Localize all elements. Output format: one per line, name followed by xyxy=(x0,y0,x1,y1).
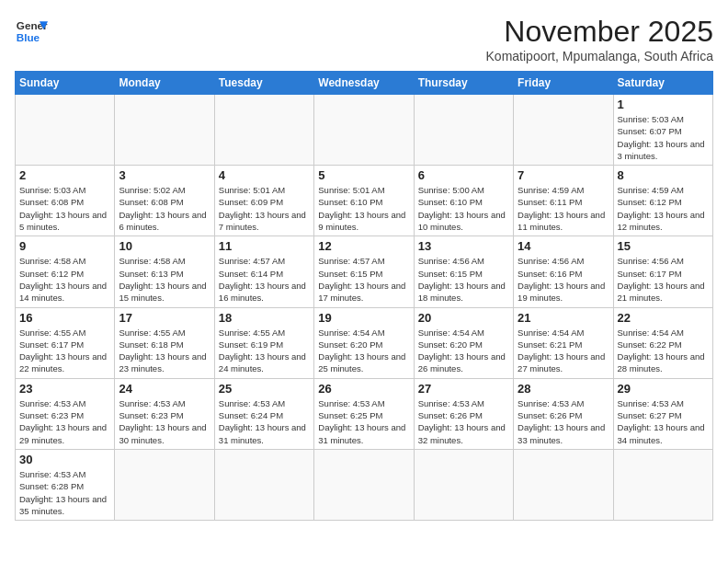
day-info: Sunrise: 4:53 AM Sunset: 6:25 PM Dayligh… xyxy=(318,397,409,446)
header-monday: Monday xyxy=(115,72,214,95)
day-number: 5 xyxy=(318,168,409,182)
calendar-cell: 23Sunrise: 4:53 AM Sunset: 6:23 PM Dayli… xyxy=(16,378,115,449)
calendar-cell xyxy=(414,449,513,520)
day-info: Sunrise: 4:54 AM Sunset: 6:21 PM Dayligh… xyxy=(518,327,609,375)
day-info: Sunrise: 4:55 AM Sunset: 6:19 PM Dayligh… xyxy=(219,327,310,375)
day-info: Sunrise: 4:54 AM Sunset: 6:22 PM Dayligh… xyxy=(618,327,709,375)
calendar-cell: 18Sunrise: 4:55 AM Sunset: 6:19 PM Dayli… xyxy=(214,307,313,378)
day-number: 15 xyxy=(618,239,709,253)
header-saturday: Saturday xyxy=(613,72,712,95)
calendar-cell xyxy=(514,449,613,520)
day-info: Sunrise: 5:03 AM Sunset: 6:07 PM Dayligh… xyxy=(618,113,709,162)
day-number: 7 xyxy=(518,168,609,182)
day-info: Sunrise: 5:01 AM Sunset: 6:09 PM Dayligh… xyxy=(219,184,310,233)
calendar-cell xyxy=(613,449,712,520)
day-info: Sunrise: 4:59 AM Sunset: 6:11 PM Dayligh… xyxy=(518,184,609,233)
title-block: November 2025 Komatipoort, Mpumalanga, S… xyxy=(486,15,713,63)
calendar-cell: 7Sunrise: 4:59 AM Sunset: 6:11 PM Daylig… xyxy=(514,166,613,236)
header-sunday: Sunday xyxy=(16,72,115,95)
calendar-cell: 14Sunrise: 4:56 AM Sunset: 6:16 PM Dayli… xyxy=(514,236,613,307)
calendar-cell xyxy=(414,95,513,166)
day-number: 4 xyxy=(219,168,310,182)
day-info: Sunrise: 4:56 AM Sunset: 6:16 PM Dayligh… xyxy=(518,255,609,304)
day-info: Sunrise: 5:01 AM Sunset: 6:10 PM Dayligh… xyxy=(318,184,409,233)
calendar-cell xyxy=(115,449,214,520)
calendar-cell: 20Sunrise: 4:54 AM Sunset: 6:20 PM Dayli… xyxy=(414,307,513,378)
calendar-cell: 8Sunrise: 4:59 AM Sunset: 6:12 PM Daylig… xyxy=(613,166,712,236)
day-number: 3 xyxy=(119,168,210,182)
day-info: Sunrise: 4:54 AM Sunset: 6:20 PM Dayligh… xyxy=(418,327,509,375)
calendar-cell xyxy=(214,449,313,520)
day-number: 17 xyxy=(119,311,210,325)
calendar-title: November 2025 xyxy=(486,15,713,49)
calendar-cell: 10Sunrise: 4:58 AM Sunset: 6:13 PM Dayli… xyxy=(115,236,214,307)
calendar-cell: 30Sunrise: 4:53 AM Sunset: 6:28 PM Dayli… xyxy=(16,449,115,520)
day-number: 23 xyxy=(19,382,110,396)
calendar-cell: 29Sunrise: 4:53 AM Sunset: 6:27 PM Dayli… xyxy=(613,378,712,449)
day-number: 10 xyxy=(119,239,210,253)
day-number: 28 xyxy=(518,382,609,396)
calendar-cell: 4Sunrise: 5:01 AM Sunset: 6:09 PM Daylig… xyxy=(214,166,313,236)
header: General Blue November 2025 Komatipoort, … xyxy=(15,15,713,63)
day-info: Sunrise: 4:55 AM Sunset: 6:18 PM Dayligh… xyxy=(119,327,210,375)
generalblue-logo-icon: General Blue xyxy=(15,15,48,48)
calendar-cell xyxy=(514,95,613,166)
day-info: Sunrise: 4:53 AM Sunset: 6:27 PM Dayligh… xyxy=(618,397,709,446)
day-info: Sunrise: 4:57 AM Sunset: 6:15 PM Dayligh… xyxy=(318,255,409,304)
week-row-1: 1Sunrise: 5:03 AM Sunset: 6:07 PM Daylig… xyxy=(16,95,713,166)
week-row-6: 30Sunrise: 4:53 AM Sunset: 6:28 PM Dayli… xyxy=(16,449,713,520)
calendar-cell: 5Sunrise: 5:01 AM Sunset: 6:10 PM Daylig… xyxy=(314,166,414,236)
header-tuesday: Tuesday xyxy=(214,72,313,95)
calendar-cell: 12Sunrise: 4:57 AM Sunset: 6:15 PM Dayli… xyxy=(314,236,414,307)
day-info: Sunrise: 4:53 AM Sunset: 6:24 PM Dayligh… xyxy=(219,397,310,446)
day-info: Sunrise: 5:02 AM Sunset: 6:08 PM Dayligh… xyxy=(119,184,210,233)
calendar-cell: 3Sunrise: 5:02 AM Sunset: 6:08 PM Daylig… xyxy=(115,166,214,236)
day-number: 16 xyxy=(19,311,110,325)
calendar-subtitle: Komatipoort, Mpumalanga, South Africa xyxy=(486,49,713,63)
day-number: 2 xyxy=(19,168,110,182)
calendar-cell xyxy=(16,95,115,166)
day-info: Sunrise: 4:53 AM Sunset: 6:23 PM Dayligh… xyxy=(19,397,110,446)
calendar-cell: 1Sunrise: 5:03 AM Sunset: 6:07 PM Daylig… xyxy=(613,95,712,166)
day-info: Sunrise: 4:53 AM Sunset: 6:23 PM Dayligh… xyxy=(119,397,210,446)
week-row-2: 2Sunrise: 5:03 AM Sunset: 6:08 PM Daylig… xyxy=(16,166,713,236)
day-number: 26 xyxy=(318,382,409,396)
calendar-cell xyxy=(314,95,414,166)
weekday-header-row: SundayMondayTuesdayWednesdayThursdayFrid… xyxy=(16,72,713,95)
day-info: Sunrise: 4:59 AM Sunset: 6:12 PM Dayligh… xyxy=(618,184,709,233)
day-number: 18 xyxy=(219,311,310,325)
day-info: Sunrise: 5:00 AM Sunset: 6:10 PM Dayligh… xyxy=(418,184,509,233)
calendar-cell: 9Sunrise: 4:58 AM Sunset: 6:12 PM Daylig… xyxy=(16,236,115,307)
calendar-table: SundayMondayTuesdayWednesdayThursdayFrid… xyxy=(15,71,713,521)
svg-text:Blue: Blue xyxy=(17,31,40,43)
day-info: Sunrise: 4:54 AM Sunset: 6:20 PM Dayligh… xyxy=(318,327,409,375)
week-row-3: 9Sunrise: 4:58 AM Sunset: 6:12 PM Daylig… xyxy=(16,236,713,307)
day-number: 22 xyxy=(618,311,709,325)
day-number: 20 xyxy=(418,311,509,325)
calendar-cell: 2Sunrise: 5:03 AM Sunset: 6:08 PM Daylig… xyxy=(16,166,115,236)
day-number: 12 xyxy=(318,239,409,253)
logo: General Blue xyxy=(15,15,48,48)
day-info: Sunrise: 4:56 AM Sunset: 6:17 PM Dayligh… xyxy=(618,255,709,304)
calendar-cell: 13Sunrise: 4:56 AM Sunset: 6:15 PM Dayli… xyxy=(414,236,513,307)
calendar-cell: 19Sunrise: 4:54 AM Sunset: 6:20 PM Dayli… xyxy=(314,307,414,378)
day-info: Sunrise: 4:58 AM Sunset: 6:12 PM Dayligh… xyxy=(19,255,110,304)
day-info: Sunrise: 4:53 AM Sunset: 6:26 PM Dayligh… xyxy=(518,397,609,446)
day-number: 8 xyxy=(618,168,709,182)
day-info: Sunrise: 4:53 AM Sunset: 6:26 PM Dayligh… xyxy=(418,397,509,446)
day-number: 13 xyxy=(418,239,509,253)
header-friday: Friday xyxy=(514,72,613,95)
day-info: Sunrise: 4:58 AM Sunset: 6:13 PM Dayligh… xyxy=(119,255,210,304)
calendar-cell: 22Sunrise: 4:54 AM Sunset: 6:22 PM Dayli… xyxy=(613,307,712,378)
day-info: Sunrise: 4:57 AM Sunset: 6:14 PM Dayligh… xyxy=(219,255,310,304)
calendar-cell: 27Sunrise: 4:53 AM Sunset: 6:26 PM Dayli… xyxy=(414,378,513,449)
week-row-4: 16Sunrise: 4:55 AM Sunset: 6:17 PM Dayli… xyxy=(16,307,713,378)
day-number: 1 xyxy=(618,98,709,111)
week-row-5: 23Sunrise: 4:53 AM Sunset: 6:23 PM Dayli… xyxy=(16,378,713,449)
calendar-cell: 21Sunrise: 4:54 AM Sunset: 6:21 PM Dayli… xyxy=(514,307,613,378)
day-number: 19 xyxy=(318,311,409,325)
day-number: 25 xyxy=(219,382,310,396)
day-number: 21 xyxy=(518,311,609,325)
calendar-cell: 25Sunrise: 4:53 AM Sunset: 6:24 PM Dayli… xyxy=(214,378,313,449)
calendar-cell: 17Sunrise: 4:55 AM Sunset: 6:18 PM Dayli… xyxy=(115,307,214,378)
